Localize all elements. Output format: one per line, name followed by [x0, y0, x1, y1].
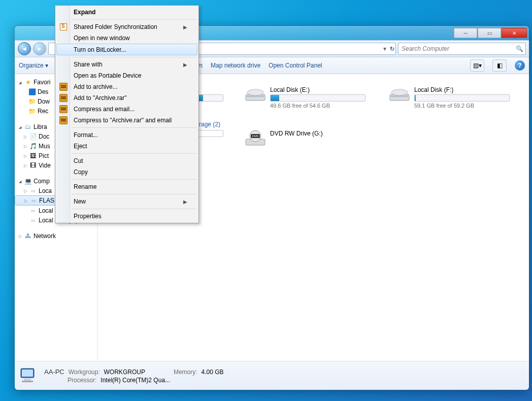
videos-icon: 🎞: [29, 161, 37, 170]
detail-workgroup: WORKGROUP: [104, 369, 145, 376]
svg-point-2: [247, 89, 263, 95]
context-menu-separator: [72, 57, 196, 57]
context-menu-item[interactable]: Format...: [56, 129, 197, 141]
sidebar-network[interactable]: 🖧 Network: [15, 231, 97, 241]
submenu-arrow-icon: ▶: [183, 62, 187, 68]
context-menu-item[interactable]: New▶: [56, 196, 197, 207]
context-menu-label: Open in new window: [74, 35, 187, 42]
context-menu-item[interactable]: Turn on BitLocker...: [56, 44, 197, 55]
refresh-icon[interactable]: ↻: [390, 43, 394, 54]
drive-free-text: 49.6 GB free of 54.6 GB: [270, 103, 365, 109]
archive-icon: [59, 94, 68, 102]
context-menu-item[interactable]: Add to archive...: [56, 81, 197, 92]
context-menu-label: New: [74, 198, 183, 205]
search-icon[interactable]: 🔍: [516, 45, 523, 52]
context-menu-item[interactable]: Compress to "Archive.rar" and email: [56, 115, 197, 126]
context-menu-separator: [72, 19, 196, 20]
pictures-icon: 🖼: [29, 152, 37, 160]
downloads-icon: 📁: [28, 97, 36, 106]
context-menu-item[interactable]: Add to "Archive.rar": [56, 92, 197, 104]
context-menu-label: Cut: [74, 157, 187, 164]
context-menu[interactable]: ExpandShared Folder Synchronization▶Open…: [55, 5, 199, 223]
hdd-icon: [245, 86, 266, 104]
context-menu-item[interactable]: Rename: [56, 181, 197, 192]
drive-name: Local Disk (E:): [270, 86, 365, 93]
context-menu-label: Compress and email...: [74, 106, 187, 113]
context-menu-item[interactable]: Share with▶: [56, 59, 197, 70]
detail-pc-name: AA-PC: [44, 368, 64, 376]
svg-rect-13: [24, 379, 31, 381]
context-menu-item[interactable]: Shared Folder Synchronization▶: [56, 21, 197, 32]
drive-item-f[interactable]: Local Disk (F:) 59.1 GB free of 59.2 GB: [389, 86, 511, 109]
map-drive-link[interactable]: Map network drive: [211, 62, 260, 69]
context-menu-label: Share with: [74, 61, 183, 68]
drive-used-bar: [271, 95, 279, 101]
context-menu-separator: [72, 179, 196, 180]
group-header-removable[interactable]: torage (2): [194, 121, 522, 128]
preview-pane-button[interactable]: ◧: [492, 59, 507, 72]
back-button[interactable]: ◄: [18, 42, 31, 55]
breadcrumb-dropdown-icon[interactable]: ▾: [383, 43, 386, 54]
help-icon[interactable]: ?: [515, 60, 525, 71]
computer-icon: 💻: [24, 177, 32, 185]
dvd-icon: DVD: [245, 130, 266, 147]
network-icon: 🖧: [24, 232, 32, 240]
detail-processor-key: Processor:: [68, 377, 96, 384]
star-icon: ★: [24, 78, 32, 86]
context-menu-label: Format...: [74, 131, 187, 139]
archive-icon: [59, 116, 68, 124]
computer-large-icon: [19, 365, 39, 386]
context-menu-item[interactable]: Open in new window: [56, 32, 197, 44]
forward-button[interactable]: ►: [33, 42, 46, 55]
context-menu-label: Add to "Archive.rar": [74, 94, 187, 102]
context-menu-item[interactable]: Properties: [56, 211, 197, 222]
documents-icon: 📄: [29, 132, 37, 141]
control-panel-link[interactable]: Open Control Panel: [269, 62, 322, 69]
details-pane: AA-PC Workgroup: WORKGROUP Memory: 4.00 …: [15, 361, 529, 390]
sync-icon: [59, 23, 68, 31]
drive-name: DVD RW Drive (G:): [270, 130, 323, 137]
desktop-icon: 🟦: [28, 88, 36, 96]
maximize-button[interactable]: ▭: [478, 28, 501, 38]
detail-processor: Intel(R) Core(TM)2 Qua...: [101, 377, 170, 384]
context-menu-item[interactable]: Compress and email...: [56, 104, 197, 115]
context-menu-item[interactable]: Eject: [56, 141, 197, 152]
minimize-button[interactable]: ─: [454, 28, 477, 38]
svg-rect-14: [22, 381, 33, 382]
close-button[interactable]: ✕: [502, 28, 527, 38]
context-menu-label: Copy: [74, 169, 187, 176]
search-box[interactable]: 🔍: [398, 43, 526, 55]
drive-icon: ▭: [29, 207, 37, 215]
drive-icon: ▭: [29, 187, 37, 195]
context-menu-separator: [72, 153, 196, 154]
context-menu-label: Eject: [74, 143, 187, 150]
context-menu-item[interactable]: Cut: [56, 155, 197, 166]
context-menu-label: Rename: [74, 183, 187, 190]
libraries-icon: 🗂: [24, 123, 32, 131]
svg-rect-12: [22, 370, 33, 377]
drive-item-dvd[interactable]: DVD DVD RW Drive (G:): [245, 130, 367, 147]
search-input[interactable]: [401, 45, 523, 53]
organize-menu[interactable]: Organize ▾: [19, 62, 48, 69]
context-menu-separator: [72, 194, 196, 194]
archive-icon: [59, 83, 68, 91]
context-menu-label: Expand: [74, 9, 187, 16]
context-menu-label: Shared Folder Synchronization: [74, 23, 183, 30]
view-mode-button[interactable]: ▤▾: [470, 59, 484, 72]
context-menu-item[interactable]: Open as Portable Device: [56, 70, 197, 81]
context-menu-label: Compress to "Archive.rar" and email: [74, 117, 187, 124]
context-menu-label: Open as Portable Device: [74, 72, 187, 79]
context-menu-label: Properties: [74, 213, 187, 220]
detail-workgroup-key: Workgroup:: [69, 369, 100, 376]
submenu-arrow-icon: ▶: [183, 199, 187, 205]
context-menu-separator: [72, 127, 196, 128]
context-menu-item[interactable]: Copy: [56, 166, 197, 178]
drive-free-text: 59.1 GB free of 59.2 GB: [414, 103, 510, 109]
drive-icon: ▭: [29, 216, 37, 224]
music-icon: 🎵: [29, 142, 37, 150]
archive-icon: [59, 105, 68, 113]
drive-icon: ▭: [29, 196, 38, 205]
context-menu-item[interactable]: Expand: [56, 7, 197, 18]
svg-point-5: [391, 89, 408, 95]
drive-item-e[interactable]: Local Disk (E:) 49.6 GB free of 54.6 GB: [245, 86, 367, 109]
